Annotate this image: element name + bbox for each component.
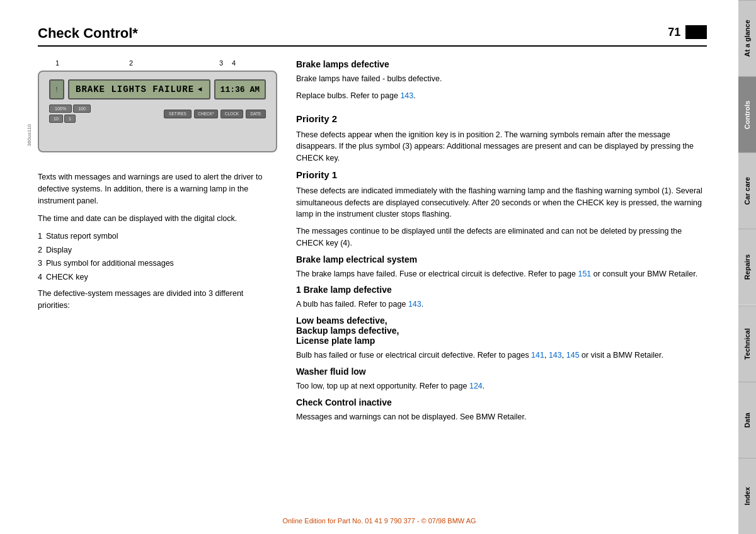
- panel-label-3: 3: [219, 59, 223, 67]
- brake-lamp-defective-text: A bulb has failed. Refer to page 143.: [296, 298, 707, 310]
- btn-100pct[interactable]: 100%: [49, 105, 72, 113]
- brake-lamp-elec-link1[interactable]: 151: [578, 270, 591, 278]
- brake-lamp-elec-section: Brake lamp electrical system The brake l…: [296, 254, 707, 280]
- list-item-1-text: Status report symbol: [46, 231, 118, 242]
- priority-1-text2: The messages continue to be displayed un…: [296, 225, 707, 249]
- list-item-1: 1 Status report symbol: [38, 231, 277, 242]
- left-text: Texts with messages and warnings are use…: [38, 171, 277, 312]
- page-title: Check Control*: [38, 25, 138, 42]
- btn-1[interactable]: 1: [64, 115, 76, 123]
- panel-number-labels: 1 2 3 4: [38, 59, 277, 71]
- sidebar-tab-repairs[interactable]: Repairs: [738, 229, 756, 305]
- numbered-list: 1 Status report symbol 2 Display 3 Plus …: [38, 231, 277, 283]
- washer-fluid-section: Washer fluid low Too low, top up at next…: [296, 366, 707, 392]
- time-display: 11:36 AM: [214, 79, 266, 99]
- instrument-panel-container: 1 2 3 4 ! BRAKE LIGHTS FAILURE ◄: [38, 59, 277, 152]
- clock-note: The time and date can be displayed with …: [38, 213, 277, 225]
- page-number: 71: [668, 26, 680, 39]
- washer-fluid-text: Too low, top up at next opportunity. Ref…: [296, 380, 707, 392]
- check-control-inactive-text: Messages and warnings can not be display…: [296, 411, 707, 423]
- brake-lamps-defective-text2: Replace bulbs. Refer to page 143.: [296, 90, 707, 102]
- priority-1-heading: Priority 1: [296, 169, 707, 180]
- page-header: Check Control* 71: [38, 25, 707, 47]
- left-column: 1 2 3 4 ! BRAKE LIGHTS FAILURE ◄: [38, 59, 277, 428]
- display-text: BRAKE LIGHTS FAILURE: [76, 84, 194, 94]
- sidebar: At a glance Controls Car care Repairs Te…: [738, 0, 756, 534]
- low-beams-text: Bulb has failed or fuse or electrical ci…: [296, 349, 707, 361]
- sidebar-tab-car-care[interactable]: Car care: [738, 152, 756, 229]
- page-number-block: [685, 25, 707, 39]
- main-content: Check Control* 71 1 2 3 4: [0, 0, 738, 534]
- main-display: BRAKE LIGHTS FAILURE ◄: [68, 79, 210, 99]
- two-column-layout: 1 2 3 4 ! BRAKE LIGHTS FAILURE ◄: [38, 59, 707, 428]
- brake-lamps-defective-text1: Brake lamps have failed - bulbs defectiv…: [296, 73, 707, 85]
- brake-lamp-defective-link[interactable]: 143: [408, 300, 421, 309]
- washer-fluid-heading: Washer fluid low: [296, 366, 707, 377]
- sidebar-tab-data[interactable]: Data: [738, 382, 756, 458]
- low-beams-link1[interactable]: 141: [531, 351, 544, 360]
- low-beams-heading: Low beams defective, Backup lamps defect…: [296, 315, 707, 346]
- btn-check[interactable]: CHECK*: [194, 110, 218, 118]
- sidebar-tab-controls[interactable]: Controls: [738, 76, 756, 152]
- brake-lamps-defective-link[interactable]: 143: [400, 91, 413, 100]
- list-item-2-text: Display: [46, 245, 72, 256]
- priorities-note: The defective-system messages are divide…: [38, 288, 277, 312]
- instrument-panel: ! BRAKE LIGHTS FAILURE ◄ 11:36 AM: [38, 71, 277, 152]
- list-item-4-text: CHECK key: [46, 272, 88, 283]
- right-column: Brake lamps defective Brake lamps have f…: [296, 59, 707, 428]
- list-item-2: 2 Display: [38, 245, 277, 256]
- list-item-3-text: Plus symbol for additional messages: [46, 258, 174, 270]
- button-row: 100% 100 10 1 SET/RES CHE: [49, 105, 266, 123]
- panel-label-2: 2: [129, 59, 133, 67]
- brake-lamp-elec-heading: Brake lamp electrical system: [296, 254, 707, 264]
- display-arrow: ◄: [198, 86, 203, 93]
- button-row-1: 100% 100: [49, 105, 91, 113]
- check-control-inactive-heading: Check Control inactive: [296, 397, 707, 407]
- priority-1-text: These defects are indicated immediately …: [296, 185, 707, 220]
- btn-setres[interactable]: SET/RES: [164, 110, 192, 118]
- btn-100[interactable]: 100: [73, 105, 91, 113]
- brake-lamps-defective-heading: Brake lamps defective: [296, 59, 707, 69]
- footer-text: Online Edition for Part No. 01 41 9 790 …: [282, 517, 476, 525]
- panel-label-4: 4: [232, 59, 236, 67]
- button-row-2: 10 1: [49, 115, 91, 123]
- btn-10[interactable]: 10: [49, 115, 63, 123]
- priority-2-heading: Priority 2: [296, 113, 707, 124]
- image-id: 360us110: [26, 124, 32, 146]
- priority-2-text: These defects appear when the ignition k…: [296, 129, 707, 164]
- list-item-3: 3 Plus symbol for additional messages: [38, 258, 277, 270]
- check-control-inactive-section: Check Control inactive Messages and warn…: [296, 397, 707, 423]
- btn-clock[interactable]: CLOCK: [220, 110, 243, 118]
- brake-lamps-defective-section: Brake lamps defective Brake lamps have f…: [296, 59, 707, 102]
- sidebar-tab-technical[interactable]: Technical: [738, 305, 756, 382]
- brake-lamp-defective-heading: 1 Brake lamp defective: [296, 285, 707, 295]
- low-beams-section: Low beams defective, Backup lamps defect…: [296, 315, 707, 361]
- list-item-4: 4 CHECK key: [38, 272, 277, 283]
- btn-date[interactable]: DATE: [246, 110, 266, 118]
- left-button-group: 100% 100 10 1: [49, 105, 91, 123]
- low-beams-link3[interactable]: 145: [566, 351, 580, 360]
- brake-lamp-defective-section: 1 Brake lamp defective A bulb has failed…: [296, 285, 707, 310]
- status-symbol-box: !: [49, 79, 64, 99]
- brake-lamp-elec-text: The brake lamps have failed. Fuse or ele…: [296, 268, 707, 280]
- right-button-group: SET/RES CHECK* CLOCK DATE: [164, 110, 266, 118]
- sidebar-tab-at-a-glance[interactable]: At a glance: [738, 0, 756, 76]
- low-beams-link2[interactable]: 143: [549, 351, 562, 360]
- footer: Online Edition for Part No. 01 41 9 790 …: [38, 517, 721, 525]
- intro-text: Texts with messages and warnings are use…: [38, 171, 277, 207]
- sidebar-tab-index[interactable]: Index: [738, 458, 756, 534]
- page-number-box: 71: [668, 25, 707, 39]
- washer-fluid-link[interactable]: 124: [469, 382, 483, 390]
- display-row: ! BRAKE LIGHTS FAILURE ◄ 11:36 AM: [49, 79, 266, 99]
- panel-label-1: 1: [55, 59, 59, 67]
